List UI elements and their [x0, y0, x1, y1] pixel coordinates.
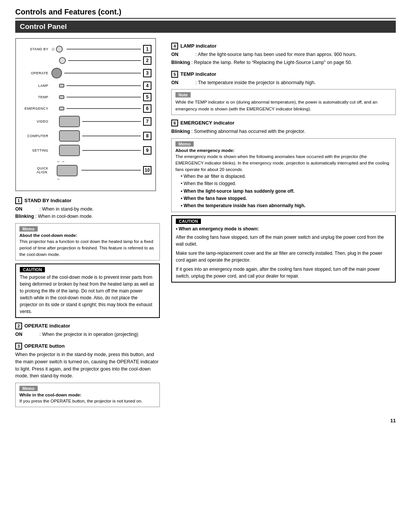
memo3-subtitle: About the emergency mode: [175, 148, 392, 153]
item2-heading: 2 OPERATE indicator [15, 323, 160, 329]
panel-num-5: 5 [143, 93, 151, 101]
panel-num-4: 4 [143, 81, 151, 90]
item5-title: TEMP indicator [180, 71, 216, 77]
bullet-3: When the light-source lamp has suddenly … [181, 188, 392, 195]
memo3-box: Memo About the emergency mode: The emerg… [171, 138, 396, 212]
panel-num-8: 8 [143, 132, 151, 140]
line9 [82, 150, 141, 151]
setting-button-diagram [59, 145, 80, 156]
panel-num-10: 10 [143, 166, 151, 174]
item1-title: STAND BY Indicator [24, 198, 72, 203]
item6-body: Blinking : Something abnormal has occurr… [171, 128, 396, 135]
panel-num-6: 6 [143, 104, 151, 113]
line5 [67, 97, 141, 97]
item5-body: ON : The temperature inside the projecto… [171, 79, 396, 86]
indicator-2 [59, 57, 66, 64]
memo1-box: Memo About the cool-down mode: This proj… [15, 223, 160, 261]
computer-button-diagram [59, 130, 80, 142]
panel-diagram: STAND BY ☉ 1 2 OPERATE 3 [15, 38, 156, 191]
memo1-subtitle: About the cool-down mode: [19, 233, 156, 238]
line2 [68, 60, 141, 61]
item3-heading: 3 OPERATE button [15, 343, 160, 350]
line7 [82, 121, 141, 122]
note1-title: Note [175, 92, 191, 97]
memo2-title: Memo [19, 386, 38, 391]
note1-text: While the TEMP indicator is on (during a… [175, 99, 392, 112]
line3 [64, 73, 141, 73]
bullet-2: When the filter is clogged. [181, 180, 392, 187]
item4-body: ON : After the light-source lamp has bee… [171, 51, 396, 66]
caution2-box: CAUTION • When an emergency mode is show… [171, 215, 396, 283]
quickalign-button-diagram [57, 165, 78, 176]
panel-label-computer: COMPUTER [24, 134, 48, 138]
item1-number: 1 [15, 197, 22, 204]
caution2-text3: If it goes into an emergency mode again,… [176, 266, 391, 280]
caution2-title: CAUTION [176, 219, 201, 224]
caution1-text: The purpose of the cool-down mode is to … [20, 274, 155, 315]
panel-num-1: 1 [143, 45, 151, 53]
operate-button-diagram [51, 68, 62, 78]
caution2-subtitle: • When an emergency mode is shown: [176, 225, 391, 232]
panel-num-7: 7 [143, 117, 151, 126]
bullet-1: When the air filter is displaced. [181, 173, 392, 180]
line8 [82, 136, 141, 136]
panel-label-lamp: LAMP [24, 84, 48, 88]
panel-label-temp: TEMP [24, 95, 48, 99]
panel-label-standby: STAND BY [24, 47, 48, 51]
memo3-bullets: When the air filter is displaced. When t… [175, 173, 392, 209]
lamp-indicator [59, 84, 64, 88]
panel-label-emergency: EMERGENCY [24, 107, 48, 111]
note1-box: Note While the TEMP indicator is on (dur… [171, 89, 396, 115]
panel-label-operate: OPERATE [24, 71, 48, 75]
bullet-5: When the temperature inside has risen ab… [181, 202, 392, 209]
video-button-diagram [59, 116, 80, 127]
item4-title: LAMP indicator [180, 43, 217, 49]
item6-heading: 6 EMERGENCY indicator [171, 120, 396, 126]
page-number: 11 [15, 418, 396, 423]
left-column: STAND BY ☉ 1 2 OPERATE 3 [15, 38, 160, 410]
item4-heading: 4 LAMP indicator [171, 43, 396, 50]
item1-heading: 1 STAND BY Indicator [15, 197, 160, 204]
item4-number: 4 [171, 43, 178, 50]
item6-number: 6 [171, 120, 178, 126]
memo3-text: The emergency mode is shown when the fol… [175, 153, 392, 173]
memo2-box: Memo While in the cool-down mode: If you… [15, 383, 160, 407]
item3-number: 3 [15, 343, 22, 350]
line1 [67, 49, 141, 50]
memo3-title: Memo [175, 141, 194, 147]
bullet-4: When the fans have stopped. [181, 195, 392, 202]
section-title: Control Panel [15, 21, 396, 33]
panel-label-video: VIDEO [24, 120, 48, 124]
line6 [67, 108, 141, 109]
memo2-text: If you press the OPERATE button, the pro… [19, 398, 156, 404]
page-header: Controls and Features (cont.) [15, 8, 396, 19]
item5-heading: 5 TEMP indicator [171, 71, 396, 78]
memo2-subtitle: While in the cool-down mode: [19, 393, 156, 397]
temp-indicator [59, 95, 64, 99]
item3-body: When the projector is in the stand-by mo… [15, 351, 160, 380]
emergency-indicator [59, 107, 64, 110]
standby-indicator [56, 46, 63, 53]
caution1-title: CAUTION [20, 267, 45, 272]
panel-label-setting: SETTING [24, 149, 48, 153]
memo1-title: Memo [19, 226, 38, 232]
panel-num-9: 9 [143, 146, 151, 155]
right-column: 4 LAMP indicator ON : After the light-so… [171, 38, 396, 410]
item5-number: 5 [171, 71, 178, 78]
item2-number: 2 [15, 323, 22, 329]
caution1-box: CAUTION The purpose of the cool-down mod… [15, 264, 160, 318]
item2-body: ON : When the projector is in operation … [15, 331, 160, 338]
item3-title: OPERATE button [24, 343, 65, 349]
caution2-text2: Make sure the lamp-replacement cover and… [176, 250, 391, 264]
panel-num-2: 2 [143, 56, 151, 65]
panel-num-3: 3 [143, 69, 151, 77]
item6-title: EMERGENCY indicator [180, 120, 234, 126]
panel-label-quickalign: QUICKALIGN. [24, 166, 48, 174]
item2-title: OPERATE indicator [24, 323, 70, 329]
caution2-text1: After the cooling fans have stopped, tur… [176, 234, 391, 248]
line10 [81, 170, 141, 171]
line4 [67, 85, 141, 86]
item1-body: ON : When in stand-by mode. Blinking : W… [15, 206, 160, 220]
memo1-text: This projector has a function to cool do… [19, 238, 156, 258]
